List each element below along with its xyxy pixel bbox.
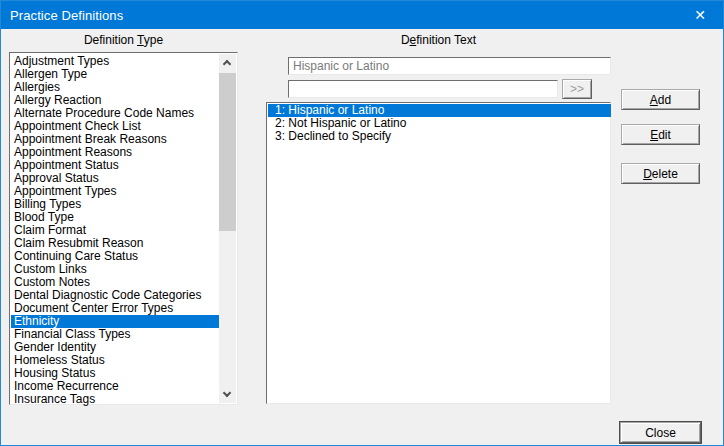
chevron-down-icon xyxy=(223,389,231,397)
list-item[interactable]: Ethnicity xyxy=(11,315,220,328)
expand-button[interactable]: >> xyxy=(562,79,592,99)
list-item[interactable]: Financial Class Types xyxy=(11,328,220,341)
definition-type-scrollbar[interactable] xyxy=(219,54,236,403)
list-item[interactable]: Appointment Reasons xyxy=(11,146,220,159)
list-item[interactable]: Gender Identity xyxy=(11,341,220,354)
definition-type-list[interactable]: Adjustment TypesAllergen TypeAllergiesAl… xyxy=(11,53,221,406)
definition-display-field[interactable] xyxy=(288,57,611,75)
definition-text-list[interactable]: 1: Hispanic or Latino2: Not Hispanic or … xyxy=(268,103,611,404)
list-item[interactable]: Blood Type xyxy=(11,211,220,224)
list-item[interactable]: Housing Status xyxy=(11,367,220,380)
list-item[interactable]: Claim Resubmit Reason xyxy=(11,237,220,250)
list-item[interactable]: Adjustment Types xyxy=(11,55,220,68)
scrollbar-thumb[interactable] xyxy=(219,73,236,231)
list-item[interactable]: 2: Not Hispanic or Latino xyxy=(268,117,611,130)
list-item[interactable]: Income Recurrence xyxy=(11,380,220,393)
list-item[interactable]: Homeless Status xyxy=(11,354,220,367)
scroll-down-button[interactable] xyxy=(219,386,236,403)
list-item[interactable]: 3: Declined to Specify xyxy=(268,130,611,143)
list-item[interactable]: Insurance Tags xyxy=(11,393,220,406)
title-bar[interactable]: Practice Definitions ✕ xyxy=(1,1,723,29)
list-item[interactable]: Appointment Status xyxy=(11,159,220,172)
edit-button[interactable]: Edit xyxy=(621,124,700,145)
close-window-button[interactable]: ✕ xyxy=(677,1,723,29)
list-item[interactable]: Custom Notes xyxy=(11,276,220,289)
delete-button[interactable]: Delete xyxy=(621,163,700,184)
definition-text-label: Definition Text xyxy=(266,33,611,47)
add-button[interactable]: Add xyxy=(621,89,700,110)
list-item[interactable]: Allergy Reaction xyxy=(11,94,220,107)
list-item[interactable]: Dental Diagnostic Code Categories xyxy=(11,289,220,302)
list-item[interactable]: Document Center Error Types xyxy=(11,302,220,315)
list-item[interactable]: Allergies xyxy=(11,81,220,94)
list-item[interactable]: Alternate Procedure Code Names xyxy=(11,107,220,120)
close-icon: ✕ xyxy=(694,8,706,22)
list-item[interactable]: Allergen Type xyxy=(11,68,220,81)
list-item[interactable]: Custom Links xyxy=(11,263,220,276)
window-title: Practice Definitions xyxy=(1,8,123,23)
definition-type-listbox: Adjustment TypesAllergen TypeAllergiesAl… xyxy=(9,52,238,405)
list-item[interactable]: Appointment Check List xyxy=(11,120,220,133)
close-button[interactable]: Close xyxy=(620,422,701,443)
list-item[interactable]: Claim Format xyxy=(11,224,220,237)
definition-type-label: Definition Type xyxy=(9,33,238,47)
practice-definitions-dialog: Practice Definitions ✕ Definition Type A… xyxy=(0,0,724,446)
definition-entry-field[interactable] xyxy=(288,80,558,98)
list-item[interactable]: Billing Types xyxy=(11,198,220,211)
list-item[interactable]: Appointment Types xyxy=(11,185,220,198)
chevron-up-icon xyxy=(223,60,231,68)
list-item[interactable]: 1: Hispanic or Latino xyxy=(268,104,611,117)
list-item[interactable]: Approval Status xyxy=(11,172,220,185)
definition-text-listbox: 1: Hispanic or Latino2: Not Hispanic or … xyxy=(266,102,611,404)
scroll-up-button[interactable] xyxy=(219,54,236,71)
list-item[interactable]: Appointment Break Reasons xyxy=(11,133,220,146)
list-item[interactable]: Continuing Care Status xyxy=(11,250,220,263)
